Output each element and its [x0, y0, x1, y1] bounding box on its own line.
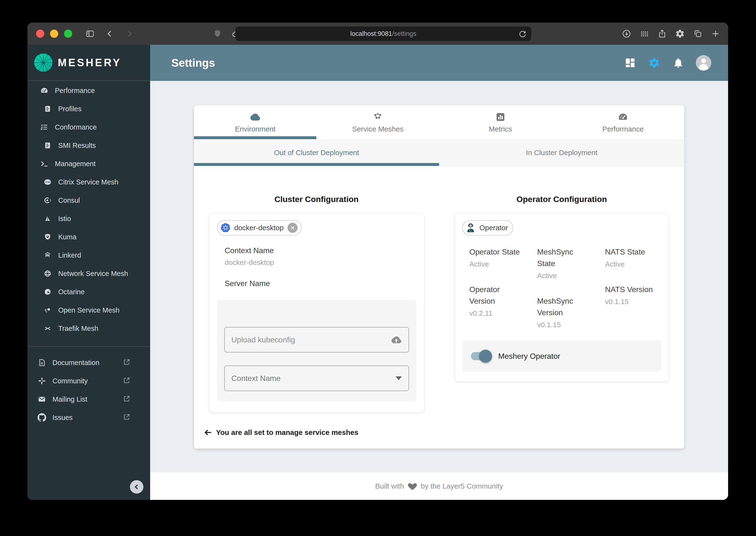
sidebar-item-management[interactable]: Management — [27, 154, 150, 173]
subtab-in-cluster[interactable]: In Cluster Deployment — [439, 139, 684, 166]
copy-icon[interactable] — [692, 28, 703, 39]
sidebar-item-linkerd[interactable]: Linkerd — [27, 246, 150, 264]
share-icon[interactable] — [657, 28, 668, 39]
sidebar-item-traefik-mesh[interactable]: Traefik Mesh — [27, 319, 150, 338]
stat-value: v0.1.15 — [605, 298, 673, 306]
heart-icon — [407, 481, 418, 491]
sidebar-link-label: Issues — [52, 414, 73, 421]
sidebar-item-label: Consul — [58, 196, 80, 204]
sidebar-item-octarine[interactable]: Octarine — [27, 283, 150, 301]
stat-value: v0.1.15 — [537, 321, 605, 329]
chevron-left-icon — [133, 483, 141, 491]
sidebar-item-smi-results[interactable]: SMI Results — [27, 136, 150, 154]
docker-desktop-chip[interactable]: docker-desktop — [217, 220, 301, 236]
tab-environment[interactable]: Environment — [194, 105, 317, 139]
external-link-icon — [123, 395, 130, 404]
url-bar[interactable]: localhost:9081/settings — [235, 26, 531, 41]
speedometer-icon — [40, 86, 49, 95]
shield-icon[interactable] — [212, 28, 223, 39]
sidebar-nav: Performance Profiles — [27, 81, 150, 338]
operator-chip[interactable]: Operator — [462, 220, 513, 236]
traefik-mesh-icon — [43, 324, 52, 333]
person-icon — [696, 55, 711, 71]
sidebar-link-documentation[interactable]: Documentation — [27, 353, 150, 372]
cloud-icon — [250, 112, 261, 122]
settings-gear-icon[interactable] — [648, 56, 661, 69]
sidebar-item-kuma[interactable]: Kuma — [27, 228, 150, 246]
zoom-window-button[interactable] — [64, 30, 72, 38]
sidebar-item-label: Management — [55, 160, 96, 168]
gear-icon[interactable] — [675, 28, 685, 39]
operator-card: Operator Operator State Active — [455, 214, 669, 382]
upload-kubeconfig-input[interactable] — [232, 335, 391, 344]
subtab-out-of-cluster[interactable]: Out of Cluster Deployment — [194, 139, 439, 166]
minimize-window-button[interactable] — [50, 30, 58, 38]
stat-operator-version: Operator Version v0.2.11 — [469, 284, 537, 318]
sidebar-item-open-service-mesh[interactable]: Open Service Mesh — [27, 301, 150, 319]
tab-performance[interactable]: Performance — [562, 105, 684, 139]
tab-service-meshes[interactable]: Service Meshes — [317, 105, 439, 139]
consul-icon — [43, 195, 52, 205]
sidebar-link-mailing-list[interactable]: Mailing List — [27, 390, 150, 408]
document-icon — [43, 104, 52, 114]
stat-label: NATS State — [605, 246, 656, 258]
toggle-thumb — [479, 350, 492, 363]
stat-nats-version: NATS Version v0.1.15 — [605, 284, 673, 306]
upload-cloud-icon[interactable] — [391, 334, 402, 345]
close-icon — [290, 225, 295, 230]
chip-delete-button[interactable] — [288, 223, 298, 233]
sidebar-item-conformance[interactable]: Conformance — [27, 118, 150, 136]
sidebar-item-label: SMI Results — [58, 142, 96, 150]
sidebar: MESHERY Performance — [27, 45, 150, 500]
sidebar-link-issues[interactable]: Issues — [27, 408, 150, 427]
meshery-logo-icon — [34, 53, 53, 72]
sidebar-item-label: Conformance — [55, 123, 97, 131]
stat-value: Active — [537, 272, 605, 280]
istio-icon — [43, 214, 52, 223]
kuma-icon — [43, 232, 52, 242]
footer-text-pre: Built with — [375, 482, 404, 490]
sidebar-item-performance[interactable]: Performance — [27, 82, 150, 100]
download-icon[interactable] — [621, 28, 632, 39]
sidebar-item-label: Kuma — [58, 233, 77, 241]
sidebar-collapse-button[interactable] — [130, 480, 143, 494]
sidebar-item-istio[interactable]: Istio — [27, 210, 150, 228]
subtab-indicator — [194, 163, 439, 166]
tab-label: Service Meshes — [352, 125, 403, 133]
forward-icon[interactable] — [124, 28, 135, 39]
sidebar-link-label: Community — [52, 377, 88, 385]
brand-header[interactable]: MESHERY — [27, 45, 150, 81]
context-name-select[interactable]: Context Name — [224, 365, 409, 391]
sidebar-links: Documentation — [27, 347, 150, 427]
sidebar-item-label: Octarine — [58, 288, 85, 296]
external-link-icon — [123, 358, 130, 367]
sidebar-link-community[interactable]: Community — [27, 372, 150, 390]
plus-icon[interactable] — [710, 28, 721, 39]
sidebar-item-network-service-mesh[interactable]: Network Service Mesh — [27, 264, 150, 283]
slack-icon — [37, 376, 47, 386]
kubernetes-icon — [220, 222, 231, 233]
url-host: localhost:9081 — [350, 30, 392, 38]
refresh-icon[interactable] — [517, 29, 528, 40]
dashboard-icon[interactable] — [624, 56, 637, 69]
tab-bar: Environment — [194, 105, 684, 139]
upload-kubeconfig-field[interactable] — [224, 327, 409, 352]
sidebar-item-label: Istio — [58, 215, 71, 223]
grid-icon[interactable] — [639, 28, 650, 39]
octarine-icon — [43, 287, 52, 297]
header-actions — [624, 55, 711, 71]
tab-metrics[interactable]: Metrics — [439, 105, 562, 139]
external-link-icon — [123, 413, 130, 422]
tab-label: Metrics — [489, 125, 512, 133]
back-icon[interactable] — [105, 28, 115, 39]
sidebar-item-citrix-service-mesh[interactable]: CiTRIX Citrix Service Mesh — [27, 173, 150, 191]
sidebar-toggle-icon[interactable] — [85, 28, 95, 39]
sidebar-item-profiles[interactable]: Profiles — [27, 100, 150, 118]
sidebar-item-consul[interactable]: Consul — [27, 191, 150, 210]
meshery-operator-toggle[interactable] — [471, 352, 490, 360]
external-link-icon — [123, 377, 130, 385]
meshery-operator-toggle-row: Meshery Operator — [462, 341, 661, 372]
bell-icon[interactable] — [672, 56, 685, 69]
avatar[interactable] — [696, 55, 711, 71]
close-window-button[interactable] — [36, 30, 44, 38]
